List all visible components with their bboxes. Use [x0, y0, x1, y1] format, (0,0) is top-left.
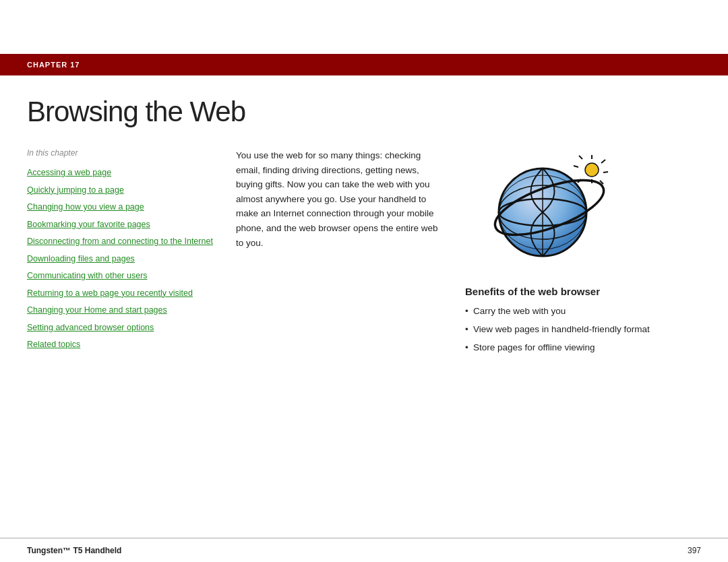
- sidebar-link-related[interactable]: Related topics: [27, 339, 222, 351]
- svg-line-12: [574, 166, 578, 167]
- chapter-label: CHAPTER 17: [27, 61, 80, 69]
- chapter-bar: CHAPTER 17: [0, 54, 728, 75]
- main-content: Browsing the Web In this chapter Accessi…: [0, 75, 728, 373]
- sidebar-heading: In this chapter: [27, 148, 222, 158]
- benefits-title: Benefits of the web browser: [465, 286, 650, 297]
- benefit-item: Carry the web with you: [465, 305, 650, 318]
- svg-line-11: [579, 156, 582, 159]
- globe-icon: [479, 148, 613, 270]
- sidebar-link-disconnecting[interactable]: Disconnecting from and connecting to the…: [27, 236, 222, 248]
- top-white-area: [0, 0, 728, 54]
- sidebar-link-accessing[interactable]: Accessing a web page: [27, 167, 222, 179]
- sidebar-link-changing-view[interactable]: Changing how you view a page: [27, 201, 222, 214]
- footer-brand: Tungsten™ T5 Handheld: [27, 546, 121, 555]
- intro-section: You use the web for so many things: chec…: [236, 148, 465, 360]
- content-row: In this chapter Accessing a web pageQuic…: [27, 148, 701, 360]
- sidebar-link-changing-home[interactable]: Changing your Home and start pages: [27, 305, 222, 317]
- sidebar-link-bookmarking[interactable]: Bookmarking your favorite pages: [27, 219, 222, 231]
- sidebar-link-downloading[interactable]: Downloading files and pages: [27, 253, 222, 266]
- svg-line-9: [603, 172, 608, 173]
- benefit-item: View web pages in handheld-friendly form…: [465, 323, 650, 336]
- svg-line-8: [601, 160, 605, 163]
- sidebar-link-communicating[interactable]: Communicating with other users: [27, 270, 222, 282]
- right-panel: Benefits of the web browser Carry the we…: [465, 148, 701, 360]
- benefits-list: Carry the web with youView web pages in …: [465, 305, 650, 354]
- svg-point-6: [585, 163, 599, 177]
- sidebar-link-jumping[interactable]: Quickly jumping to a page: [27, 185, 222, 197]
- sidebar-link-advanced[interactable]: Setting advanced browser options: [27, 322, 222, 334]
- benefit-item: Store pages for offline viewing: [465, 342, 650, 354]
- footer-page-number: 397: [688, 546, 701, 555]
- intro-text: You use the web for so many things: chec…: [236, 148, 445, 250]
- page-title: Browsing the Web: [27, 96, 701, 128]
- sidebar-links: Accessing a web pageQuickly jumping to a…: [27, 167, 222, 351]
- sidebar-link-returning[interactable]: Returning to a web page you recently vis…: [27, 288, 222, 300]
- footer-left: Tungsten™ T5 Handheld: [27, 546, 121, 555]
- benefits-section: Benefits of the web browser Carry the we…: [465, 286, 650, 360]
- footer: Tungsten™ T5 Handheld 397: [0, 538, 728, 562]
- globe-container: [479, 148, 613, 270]
- sidebar: In this chapter Accessing a web pageQuic…: [27, 148, 236, 360]
